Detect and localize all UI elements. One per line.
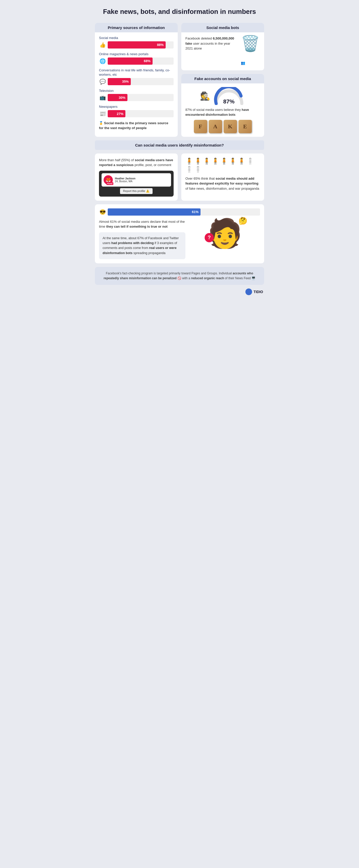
person-3: 🧍 — [203, 158, 210, 165]
bar-row-newspapers: 📰 27% — [99, 110, 173, 117]
profile-mock: 🦊 FAKE Heather Jackson 24, Boston, MA — [102, 173, 171, 187]
fake-accounts-card: Fake accounts on social media 🕵️ 87% — [181, 74, 264, 137]
box-text: At the same time, about 67% of Facebook … — [103, 236, 182, 256]
middle-section-header: Can social media users identify misinfor… — [95, 141, 264, 150]
footer-part2: with a — [181, 276, 191, 280]
tile-A: A — [209, 120, 222, 133]
bar-icon-online-mag: 🌐 — [99, 58, 106, 64]
bottom-text-bold: they can tell if something is true or no… — [106, 224, 167, 228]
left-panel: Primary sources of information Social me… — [95, 23, 178, 137]
top-section: Primary sources of information Social me… — [95, 23, 264, 137]
trash-content: Facebook deleted 6,500,000,000 fake user… — [181, 32, 264, 70]
person-7: 🧍 — [238, 158, 246, 165]
blue-bar-row: 😎 61% — [99, 208, 260, 216]
person-8: 🧍 — [247, 158, 254, 165]
report-label: Report this profile ⚠️ — [123, 189, 150, 193]
tile-F: F — [194, 120, 207, 133]
bar-track-conversations: 35% — [108, 78, 173, 85]
bar-icon-social-media: 👍 — [99, 42, 106, 48]
footer-part3: of their News Feed 🖥️ — [224, 276, 255, 280]
bar-pct-newspapers: 27% — [117, 112, 123, 116]
bar-item-television: Television 📺 30% — [99, 89, 173, 101]
bar-label-social-media: Social media — [99, 36, 173, 40]
bar-icon-television: 📺 — [99, 94, 106, 101]
left-panel-content: Social media 👍 88% Online magazines & ne… — [95, 32, 178, 134]
mid-right-panel: 🧍 🧍 🧍 🧍 🧍 🧍 🧍 🧍 🧍 🧍 Over 65% think that … — [181, 153, 264, 201]
bottom-two-col: Almost 61% of social media users declare… — [99, 219, 260, 259]
box-text-part3: spreading propaganda — [133, 251, 166, 255]
bar-track-newspapers: 27% — [108, 110, 173, 117]
bar-fill-social-media: 88% — [108, 41, 166, 49]
footer-part1: Facebook's fact-checking program is targ… — [106, 272, 233, 275]
report-button[interactable]: Report this profile ⚠️ — [120, 188, 153, 194]
bar-row-conversations: 💬 35% — [99, 78, 173, 85]
page-title: Fake news, bots, and disinformation in n… — [95, 5, 264, 18]
bar-pct-online-mag: 68% — [144, 59, 151, 63]
blue-bar-pct: 61% — [192, 210, 198, 214]
profile-row: 🦊 FAKE Heather Jackson 24, Boston, MA — [104, 175, 169, 185]
gauge-wrap: 87% — [212, 87, 246, 105]
bar-label-television: Television — [99, 89, 173, 93]
bar-label-newspapers: Newspapers — [99, 105, 173, 109]
bar-track-television: 30% — [108, 94, 173, 101]
fake-content: 🕵️ 87% 87% of social media — [181, 84, 264, 137]
mid-text-part1: More than half (55%) of — [99, 158, 135, 162]
tidio-branding: TIDIO — [95, 288, 264, 295]
over65-part1: Over 65% think that — [186, 177, 216, 180]
gauge-percentage: 87% — [223, 98, 234, 105]
bar-row-online-mag: 🌐 68% — [99, 58, 173, 65]
footer-text: Facebook's fact-checking program is targ… — [100, 271, 259, 281]
trash-icon: 🗑️👥 — [241, 36, 260, 67]
person-1: 🧍 — [186, 158, 193, 165]
blue-bar-item: 😎 61% — [99, 208, 260, 216]
report-mockup: 🦊 FAKE Heather Jackson 24, Boston, MA Re… — [99, 171, 173, 196]
profile-info: Heather Jackson 24, Boston, MA — [115, 177, 135, 183]
thinking-woman: 🧑 🤔 ? — [207, 219, 242, 247]
bottom-main-text: Almost 61% of social media users declare… — [99, 219, 186, 229]
left-panel-header: Primary sources of information — [95, 23, 178, 32]
fake-accounts-header: Fake accounts on social media — [181, 74, 264, 84]
tidio-label: TIDIO — [254, 290, 263, 294]
person-2: 🧍 — [194, 158, 202, 165]
report-btn-row[interactable]: Report this profile ⚠️ — [102, 188, 171, 194]
tile-K: K — [224, 120, 237, 133]
trash-text-part2: user accounts in the year 2021 alone — [186, 41, 230, 51]
woman-emoji: 🧑 — [207, 219, 242, 247]
bar-item-conversations: Conversations in real life with friends,… — [99, 68, 173, 85]
bar-track-online-mag: 68% — [108, 58, 173, 65]
bar-row-television: 📺 30% — [99, 94, 173, 101]
person-10: 🧍 — [194, 166, 202, 173]
bar-item-social-media: Social media 👍 88% — [99, 36, 173, 49]
footer-card: Facebook's fact-checking program is targ… — [95, 267, 264, 285]
bar-fill-television: 30% — [108, 94, 127, 101]
bar-row-social-media: 👍 88% — [99, 41, 173, 49]
note-text-strong: 🥇 Social media is the primary news sourc… — [99, 121, 168, 130]
footer-bold2: reduced organic reach — [191, 276, 224, 280]
bottom-section: 😎 61% Almost 61% of social media users d… — [95, 204, 264, 264]
avatar: 🦊 FAKE — [104, 175, 113, 185]
tidio-logo — [246, 288, 252, 295]
bar-track-social-media: 88% — [108, 41, 173, 49]
fake-desc: 87% of social media users believe they h… — [186, 107, 260, 117]
thinking-emoji: 🤔 — [238, 217, 248, 225]
report-screen: 🦊 FAKE Heather Jackson 24, Boston, MA Re… — [99, 171, 173, 196]
question-mark: ? — [205, 233, 214, 242]
grey-box: At the same time, about 67% of Facebook … — [99, 232, 186, 259]
mid-text-part2: profile, post, or comment — [134, 163, 171, 167]
fake-tiles-container: F A K E — [194, 120, 252, 133]
bar-pct-television: 30% — [119, 96, 125, 100]
fake-badge: FAKE — [106, 182, 113, 185]
bar-pct-conversations: 35% — [122, 80, 129, 84]
fake-tiles-row: F A K E — [186, 120, 260, 133]
bar-item-newspapers: Newspapers 📰 27% — [99, 105, 173, 117]
gauge-container: 🕵️ 87% — [186, 87, 260, 105]
person-6: 🧍 — [229, 158, 237, 165]
bar-pct-social-media: 88% — [157, 43, 164, 47]
bar-icon-conversations: 💬 — [99, 79, 106, 85]
cool-icon: 😎 — [99, 209, 106, 215]
bar-item-online-mag: Online magazines & news portals 🌐 68% — [99, 52, 173, 65]
bottom-left: Almost 61% of social media users declare… — [99, 219, 186, 259]
person-4: 🧍 — [211, 158, 219, 165]
fake-desc-part1: 87% of social media users believe they — [186, 108, 242, 112]
trash-text: Facebook deleted 6,500,000,000 fake user… — [186, 36, 238, 51]
